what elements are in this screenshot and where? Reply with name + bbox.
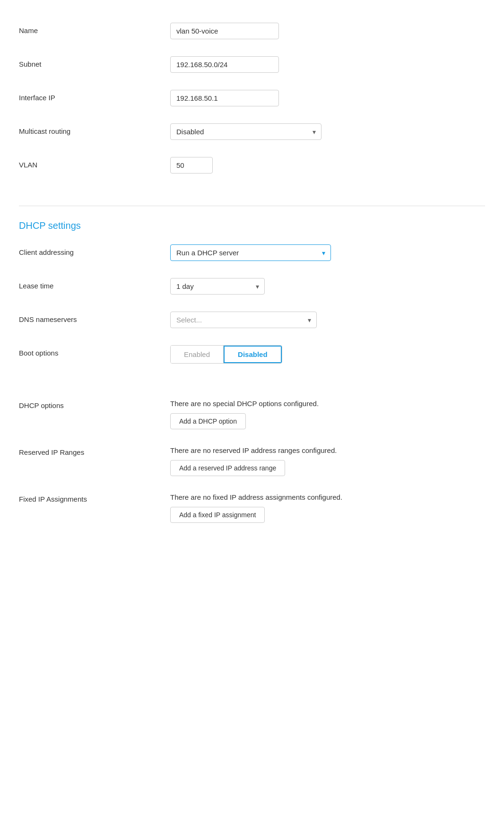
- boot-options-enabled-button[interactable]: Enabled: [171, 346, 224, 363]
- vlan-row: VLAN: [19, 148, 485, 182]
- reserved-ip-ranges-label: Reserved IP Ranges: [19, 446, 170, 456]
- subnet-label: Subnet: [19, 56, 170, 68]
- multicast-label: Multicast routing: [19, 123, 170, 135]
- lease-time-select[interactable]: 1 day 12 hours 6 hours 1 hour 30 minutes: [170, 278, 265, 295]
- subnet-input[interactable]: [170, 56, 279, 73]
- fixed-ip-assignments-label: Fixed IP Assignments: [19, 493, 170, 503]
- multicast-select[interactable]: Disabled Enabled: [170, 123, 322, 140]
- boot-options-label: Boot options: [19, 345, 170, 357]
- add-dhcp-option-button[interactable]: Add a DHCP option: [170, 413, 246, 429]
- name-control: [170, 23, 485, 39]
- dhcp-section-title: DHCP settings: [19, 220, 485, 231]
- lease-time-control: 1 day 12 hours 6 hours 1 hour 30 minutes: [170, 278, 485, 295]
- dhcp-options-row: DHCP options There are no special DHCP o…: [19, 391, 485, 438]
- fixed-ip-assignments-row: Fixed IP Assignments There are no fixed …: [19, 485, 485, 531]
- dhcp-options-label: DHCP options: [19, 400, 170, 409]
- reserved-ip-ranges-empty-text: There are no reserved IP address ranges …: [170, 446, 485, 454]
- vlan-label: VLAN: [19, 157, 170, 169]
- lease-time-row: Lease time 1 day 12 hours 6 hours 1 hour…: [19, 269, 485, 303]
- client-addressing-select-wrapper: Run a DHCP server Use DHCP relay None: [170, 244, 331, 261]
- lease-time-select-wrapper: 1 day 12 hours 6 hours 1 hour 30 minutes: [170, 278, 265, 295]
- boot-options-disabled-button[interactable]: Disabled: [224, 346, 282, 363]
- name-label: Name: [19, 23, 170, 35]
- network-settings-section: Name Subnet Interface IP Multicast routi…: [19, 14, 485, 201]
- dns-label: DNS nameservers: [19, 312, 170, 323]
- reserved-ip-ranges-content: There are no reserved IP address ranges …: [170, 446, 485, 476]
- client-addressing-control: Run a DHCP server Use DHCP relay None: [170, 244, 485, 261]
- dns-row: DNS nameservers Select...: [19, 303, 485, 337]
- dns-select[interactable]: Select...: [170, 312, 317, 328]
- add-reserved-ip-range-button[interactable]: Add a reserved IP address range: [170, 460, 285, 476]
- lease-time-label: Lease time: [19, 278, 170, 290]
- name-input[interactable]: [170, 23, 279, 39]
- fixed-ip-assignments-empty-text: There are no fixed IP address assignment…: [170, 493, 485, 501]
- add-fixed-ip-assignment-button[interactable]: Add a fixed IP assignment: [170, 507, 265, 523]
- boot-options-row: Boot options Enabled Disabled: [19, 337, 485, 372]
- dns-select-wrapper: Select...: [170, 312, 317, 328]
- dns-control: Select...: [170, 312, 485, 328]
- dhcp-options-empty-text: There are no special DHCP options config…: [170, 400, 485, 408]
- multicast-control: Disabled Enabled: [170, 123, 485, 140]
- vlan-control: [170, 157, 485, 174]
- name-row: Name: [19, 14, 485, 48]
- spacer1: [19, 372, 485, 382]
- reserved-ip-ranges-row: Reserved IP Ranges There are no reserved…: [19, 438, 485, 485]
- section-divider: [19, 206, 485, 206]
- boot-options-toggle: Enabled Disabled: [170, 345, 282, 364]
- subnet-row: Subnet: [19, 48, 485, 81]
- fixed-ip-assignments-content: There are no fixed IP address assignment…: [170, 493, 485, 523]
- subnet-control: [170, 56, 485, 73]
- interface-ip-label: Interface IP: [19, 90, 170, 102]
- boot-options-control: Enabled Disabled: [170, 345, 485, 364]
- client-addressing-row: Client addressing Run a DHCP server Use …: [19, 236, 485, 269]
- vlan-input[interactable]: [170, 157, 213, 174]
- interface-ip-input[interactable]: [170, 90, 279, 106]
- dhcp-settings-section: DHCP settings Client addressing Run a DH…: [19, 220, 485, 550]
- client-addressing-select[interactable]: Run a DHCP server Use DHCP relay None: [170, 244, 331, 261]
- multicast-row: Multicast routing Disabled Enabled: [19, 115, 485, 148]
- interface-ip-row: Interface IP: [19, 81, 485, 115]
- spacer2: [19, 382, 485, 391]
- interface-ip-control: [170, 90, 485, 106]
- client-addressing-label: Client addressing: [19, 244, 170, 256]
- multicast-select-wrapper: Disabled Enabled: [170, 123, 322, 140]
- dhcp-options-content: There are no special DHCP options config…: [170, 400, 485, 429]
